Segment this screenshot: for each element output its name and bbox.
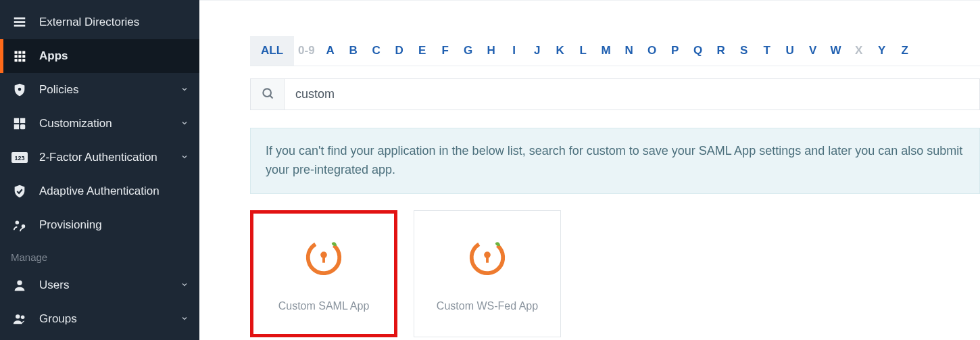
puzzle-icon <box>11 115 28 132</box>
sidebar-item-label: Groups <box>39 312 77 326</box>
svg-rect-6 <box>15 55 18 57</box>
svg-point-22 <box>16 314 20 318</box>
sidebar-item-2fa[interactable]: 123 2-Factor Authentication <box>0 141 199 174</box>
sidebar-item-label: External Directories <box>39 16 139 29</box>
svg-rect-5 <box>22 51 25 54</box>
chevron-down-icon <box>180 312 189 326</box>
shield-check-icon <box>11 183 28 200</box>
alpha-tab-z[interactable]: Z <box>893 36 916 66</box>
sidebar-item-customization[interactable]: Customization <box>0 107 199 141</box>
sidebar-item-groups[interactable]: Groups <box>0 302 199 336</box>
chevron-down-icon <box>180 278 189 292</box>
search-input[interactable] <box>285 79 979 110</box>
alpha-tab-i[interactable]: I <box>503 36 526 66</box>
alpha-tab-s[interactable]: S <box>733 36 756 66</box>
app-logo-icon <box>303 235 345 280</box>
search-icon <box>261 87 274 103</box>
svg-rect-3 <box>15 51 18 54</box>
users-icon <box>11 310 28 328</box>
alpha-tab-t[interactable]: T <box>756 36 779 66</box>
search-button[interactable] <box>251 79 285 110</box>
svg-rect-13 <box>14 118 19 123</box>
alpha-tab-d[interactable]: D <box>388 36 411 66</box>
svg-rect-11 <box>22 59 25 62</box>
svg-rect-1 <box>14 21 26 23</box>
svg-rect-28 <box>322 255 325 263</box>
svg-line-25 <box>270 95 272 98</box>
svg-rect-16 <box>20 124 25 129</box>
alpha-tab-a[interactable]: A <box>319 36 342 66</box>
svg-point-21 <box>17 281 22 285</box>
sidebar-item-label: Apps <box>39 49 68 63</box>
svg-rect-7 <box>18 55 21 57</box>
svg-rect-9 <box>15 59 18 62</box>
app-card-custom-ws-fed-app[interactable]: Custom WS-Fed App <box>414 210 561 337</box>
app-cards: Custom SAML App Custom WS-Fed App <box>250 210 980 337</box>
alpha-tab-q[interactable]: Q <box>687 36 710 66</box>
sidebar: External Directories Apps Policies Custo… <box>0 0 199 340</box>
sidebar-item-users[interactable]: Users <box>0 268 199 302</box>
alpha-tab-x: X <box>848 36 871 66</box>
chevron-down-icon <box>180 83 189 97</box>
alpha-tab-0-9: 0-9 <box>294 36 319 66</box>
alpha-tab-k[interactable]: K <box>549 36 572 66</box>
alpha-tab-m[interactable]: M <box>595 36 618 66</box>
sidebar-item-label: Policies <box>39 83 79 97</box>
svg-point-19 <box>16 221 19 225</box>
alpha-tab-n[interactable]: N <box>618 36 641 66</box>
alpha-tab-g[interactable]: G <box>457 36 480 66</box>
alpha-tab-h[interactable]: H <box>480 36 503 66</box>
sidebar-item-label: Customization <box>39 117 112 130</box>
svg-rect-14 <box>20 118 25 123</box>
app-card-custom-saml-app[interactable]: Custom SAML App <box>250 210 397 337</box>
alpha-tab-v[interactable]: V <box>802 36 825 66</box>
sidebar-item-label: 2-Factor Authentication <box>39 151 157 164</box>
sidebar-item-adaptive-auth[interactable]: Adaptive Authentication <box>0 174 199 208</box>
svg-point-12 <box>18 88 22 91</box>
alpha-tab-all[interactable]: ALL <box>250 36 294 66</box>
alpha-tab-l[interactable]: L <box>572 36 595 66</box>
sidebar-item-provisioning[interactable]: Provisioning <box>0 208 199 242</box>
alpha-tab-y[interactable]: Y <box>871 36 893 66</box>
alpha-tab-j[interactable]: J <box>526 36 549 66</box>
alpha-tab-u[interactable]: U <box>779 36 802 66</box>
sidebar-item-label: Users <box>39 278 69 292</box>
svg-point-23 <box>21 316 25 320</box>
sidebar-section-label: Manage <box>0 242 199 268</box>
sidebar-item-apps[interactable]: Apps <box>0 39 199 73</box>
search-row <box>250 78 980 110</box>
alpha-tab-b[interactable]: B <box>342 36 365 66</box>
sidebar-item-policies[interactable]: Policies <box>0 73 199 107</box>
user-icon <box>11 276 28 294</box>
sidebar-item-external-directories[interactable]: External Directories <box>0 5 199 39</box>
svg-rect-8 <box>22 55 25 57</box>
shield-gear-icon <box>11 81 28 99</box>
svg-rect-15 <box>14 124 19 129</box>
svg-rect-4 <box>18 51 21 54</box>
chevron-down-icon <box>180 117 189 130</box>
app-card-label: Custom WS-Fed App <box>437 300 538 312</box>
svg-rect-31 <box>486 255 489 263</box>
app-logo-icon <box>466 235 508 280</box>
alpha-tab-o[interactable]: O <box>641 36 664 66</box>
app-card-label: Custom SAML App <box>278 300 370 312</box>
alpha-tab-f[interactable]: F <box>434 36 457 66</box>
svg-rect-0 <box>14 18 26 20</box>
svg-rect-10 <box>18 59 21 62</box>
grid-icon <box>11 47 28 65</box>
stack-icon <box>11 14 28 31</box>
people-cycle-icon <box>11 216 28 234</box>
alpha-tab-r[interactable]: R <box>710 36 733 66</box>
info-banner: If you can't find your application in th… <box>250 128 980 194</box>
badge-123-icon: 123 <box>11 149 28 166</box>
alpha-tab-p[interactable]: P <box>664 36 687 66</box>
sidebar-item-label: Adaptive Authentication <box>39 185 160 198</box>
svg-rect-2 <box>14 25 26 27</box>
alpha-tab-w[interactable]: W <box>825 36 848 66</box>
alpha-tab-e[interactable]: E <box>411 36 434 66</box>
chevron-down-icon <box>180 151 189 164</box>
svg-text:123: 123 <box>14 155 24 162</box>
alpha-tab-c[interactable]: C <box>365 36 388 66</box>
svg-point-24 <box>263 89 271 97</box>
sidebar-item-label: Provisioning <box>39 218 102 232</box>
